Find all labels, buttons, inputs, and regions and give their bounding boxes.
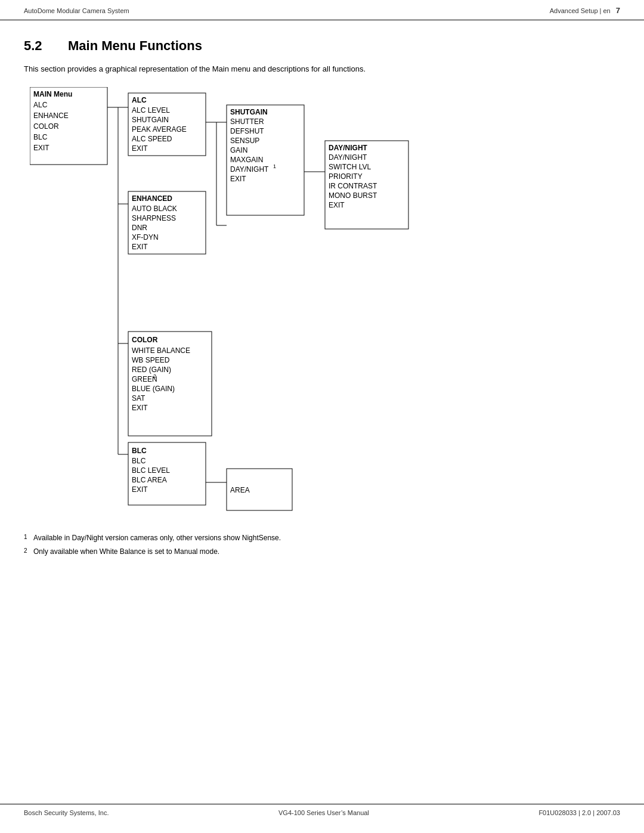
svg-text:MONO BURST: MONO BURST	[329, 191, 377, 200]
svg-text:BLC AREA: BLC AREA	[132, 476, 167, 484]
svg-text:PEAK AVERAGE: PEAK AVERAGE	[132, 125, 187, 134]
svg-text:DNR: DNR	[132, 224, 147, 232]
svg-text:AUTO BLACK: AUTO BLACK	[132, 205, 177, 213]
section-heading: 5.2 Main Menu Functions	[24, 38, 620, 54]
svg-text:XF-DYN: XF-DYN	[132, 233, 159, 241]
svg-text:COLOR: COLOR	[33, 122, 59, 131]
svg-text:WHITE BALANCE: WHITE BALANCE	[132, 346, 190, 355]
svg-text:SENSUP: SENSUP	[230, 137, 259, 145]
svg-text:1: 1	[273, 163, 276, 169]
svg-text:EXIT: EXIT	[33, 144, 49, 152]
color-menu-box: COLOR WHITE BALANCE WB SPEED RED (GAIN) …	[128, 332, 212, 436]
svg-text:SHUTTER: SHUTTER	[230, 117, 264, 126]
svg-text:SHUTGAIN: SHUTGAIN	[132, 116, 169, 124]
footnote-1-text: Available in Day/Night version cameras o…	[33, 532, 281, 544]
svg-text:DEFSHUT: DEFSHUT	[230, 127, 264, 135]
intro-text: This section provides a graphical repres…	[24, 63, 620, 75]
section-number: 5.2	[24, 38, 54, 54]
footnote-2-num: 2	[24, 546, 31, 558]
svg-text:WB SPEED: WB SPEED	[132, 356, 170, 364]
area-menu-box: AREA	[227, 469, 292, 510]
svg-text:IR CONTRAST: IR CONTRAST	[329, 182, 377, 190]
alc-menu-box: ALC ALC LEVEL SHUTGAIN PEAK AVERAGE ALC …	[128, 93, 206, 156]
svg-text:MAXGAIN: MAXGAIN	[230, 156, 263, 164]
svg-text:MAIN Menu: MAIN Menu	[33, 90, 72, 98]
svg-text:EXIT: EXIT	[329, 201, 345, 209]
svg-text:SWITCH LVL: SWITCH LVL	[329, 163, 371, 171]
svg-text:BLC: BLC	[132, 447, 147, 455]
footer-left: Bosch Security Systems, Inc.	[24, 809, 109, 816]
svg-text:ALC LEVEL: ALC LEVEL	[132, 106, 170, 114]
svg-text:COLOR: COLOR	[132, 336, 158, 344]
svg-text:BLC: BLC	[33, 133, 48, 141]
svg-text:GAIN: GAIN	[230, 146, 247, 154]
daynight-menu-box: DAY/NIGHT DAY/NIGHT SWITCH LVL PRIORITY …	[325, 141, 408, 229]
blc-menu-box: BLC BLC BLC LEVEL BLC AREA EXIT	[128, 442, 206, 505]
svg-text:DAY/NIGHT: DAY/NIGHT	[329, 153, 367, 162]
svg-text:SHARPNESS: SHARPNESS	[132, 214, 176, 222]
svg-text:EXIT: EXIT	[230, 175, 246, 183]
menu-diagram: MAIN Menu ALC ENHANCE COLOR BLC EXIT	[30, 87, 620, 518]
svg-text:SAT: SAT	[132, 394, 145, 402]
page-header: AutoDome Modular Camera System Advanced …	[0, 0, 644, 20]
svg-text:ALC: ALC	[132, 96, 147, 104]
svg-text:EXIT: EXIT	[132, 144, 148, 153]
page-number: 7	[616, 6, 620, 15]
section-title: Main Menu Functions	[68, 38, 202, 54]
svg-text:AREA: AREA	[230, 486, 250, 494]
svg-text:EXIT: EXIT	[132, 485, 148, 494]
svg-text:EXIT: EXIT	[132, 243, 148, 251]
footer-center: VG4-100 Series User’s Manual	[278, 809, 369, 816]
footer-right: F01U028033 | 2.0 | 2007.03	[538, 809, 620, 816]
footnote-2-text: Only available when White Balance is set…	[33, 546, 219, 558]
svg-text:ALC SPEED: ALC SPEED	[132, 135, 172, 143]
shutgain-menu-box: SHUTGAIN SHUTTER DEFSHUT SENSUP GAIN MAX…	[227, 105, 304, 215]
svg-text:EXIT: EXIT	[132, 404, 148, 412]
enhanced-menu-box: ENHANCED AUTO BLACK SHARPNESS DNR XF-DYN…	[128, 191, 206, 254]
footnote-1-num: 1	[24, 532, 31, 544]
svg-text:BLC: BLC	[132, 457, 146, 465]
diagram-svg: MAIN Menu ALC ENHANCE COLOR BLC EXIT	[30, 87, 519, 516]
header-right: Advanced Setup | en 7	[550, 6, 620, 15]
svg-text:SHUTGAIN: SHUTGAIN	[230, 108, 268, 116]
svg-text:PRIORITY: PRIORITY	[329, 172, 363, 181]
footnote-1: 1 Available in Day/Night version cameras…	[24, 532, 620, 544]
svg-text:DAY/NIGHT: DAY/NIGHT	[230, 165, 269, 174]
page-footer: Bosch Security Systems, Inc. VG4-100 Ser…	[0, 804, 644, 821]
svg-text:BLUE (GAIN): BLUE (GAIN)	[132, 385, 175, 393]
header-left: AutoDome Modular Camera System	[24, 7, 129, 14]
svg-text:ALC: ALC	[33, 101, 48, 109]
main-menu-box: MAIN Menu ALC ENHANCE COLOR BLC EXIT	[30, 87, 107, 165]
svg-text:BLC LEVEL: BLC LEVEL	[132, 466, 170, 475]
footnotes: 1 Available in Day/Night version cameras…	[24, 532, 620, 558]
svg-text:ENHANCED: ENHANCED	[132, 194, 172, 203]
footnote-2: 2 Only available when White Balance is s…	[24, 546, 620, 558]
svg-text:DAY/NIGHT: DAY/NIGHT	[329, 144, 368, 152]
svg-text:RED (GAIN): RED (GAIN)	[132, 366, 171, 374]
main-content: 5.2 Main Menu Functions This section pro…	[0, 20, 644, 584]
svg-text:2: 2	[153, 373, 156, 379]
svg-text:ENHANCE: ENHANCE	[33, 112, 69, 120]
